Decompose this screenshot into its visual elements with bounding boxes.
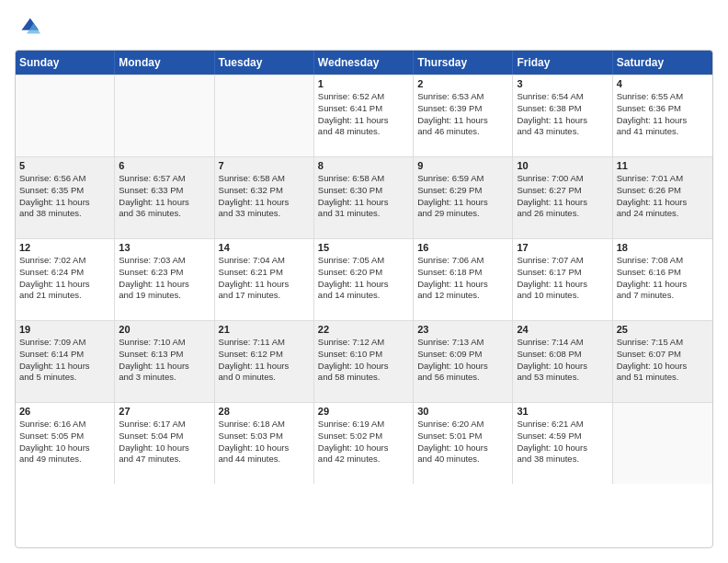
day-info: Sunrise: 6:21 AM Sunset: 4:59 PM Dayligh… [517,419,608,465]
cal-header-saturday: Saturday [613,51,712,75]
day-info: Sunrise: 6:57 AM Sunset: 6:33 PM Dayligh… [119,173,210,220]
day-info: Sunrise: 6:58 AM Sunset: 6:32 PM Dayligh… [219,173,310,220]
logo-icon [15,15,40,40]
day-info: Sunrise: 7:08 AM Sunset: 6:16 PM Dayligh… [617,255,709,302]
day-number: 31 [517,406,608,417]
cal-cell-2-2: 14Sunrise: 7:04 AM Sunset: 6:21 PM Dayli… [215,239,314,320]
day-number: 6 [119,160,210,171]
cal-cell-4-0: 26Sunrise: 6:16 AM Sunset: 5:05 PM Dayli… [16,403,115,484]
cal-cell-1-3: 8Sunrise: 6:58 AM Sunset: 6:30 PM Daylig… [314,157,414,238]
cal-cell-2-0: 12Sunrise: 7:02 AM Sunset: 6:24 PM Dayli… [16,239,115,320]
cal-cell-4-5: 31Sunrise: 6:21 AM Sunset: 4:59 PM Dayli… [513,403,612,484]
day-info: Sunrise: 7:09 AM Sunset: 6:14 PM Dayligh… [19,337,110,384]
day-info: Sunrise: 6:54 AM Sunset: 6:38 PM Dayligh… [517,91,608,138]
cal-cell-1-4: 9Sunrise: 6:59 AM Sunset: 6:29 PM Daylig… [414,157,513,238]
cal-cell-0-1 [115,75,214,156]
cal-row-0: 1Sunrise: 6:52 AM Sunset: 6:41 PM Daylig… [16,75,712,156]
cal-cell-3-5: 24Sunrise: 7:14 AM Sunset: 6:08 PM Dayli… [513,321,612,402]
cal-cell-1-2: 7Sunrise: 6:58 AM Sunset: 6:32 PM Daylig… [215,157,314,238]
cal-cell-2-5: 17Sunrise: 7:07 AM Sunset: 6:17 PM Dayli… [513,239,612,320]
day-number: 17 [517,242,608,253]
day-info: Sunrise: 6:53 AM Sunset: 6:39 PM Dayligh… [417,91,508,138]
day-info: Sunrise: 7:06 AM Sunset: 6:18 PM Dayligh… [417,255,508,302]
cal-cell-0-4: 2Sunrise: 6:53 AM Sunset: 6:39 PM Daylig… [414,75,513,156]
day-number: 1 [318,78,409,89]
day-info: Sunrise: 7:02 AM Sunset: 6:24 PM Dayligh… [19,255,110,302]
cal-cell-1-1: 6Sunrise: 6:57 AM Sunset: 6:33 PM Daylig… [115,157,214,238]
cal-cell-3-0: 19Sunrise: 7:09 AM Sunset: 6:14 PM Dayli… [16,321,115,402]
day-info: Sunrise: 6:59 AM Sunset: 6:29 PM Dayligh… [417,173,508,220]
day-info: Sunrise: 7:00 AM Sunset: 6:27 PM Dayligh… [517,173,608,220]
cal-header-monday: Monday [115,51,214,75]
cal-row-2: 12Sunrise: 7:02 AM Sunset: 6:24 PM Dayli… [16,238,712,320]
day-number: 8 [318,160,409,171]
day-number: 25 [617,324,709,335]
cal-cell-0-0 [16,75,115,156]
day-number: 23 [417,324,508,335]
day-info: Sunrise: 7:14 AM Sunset: 6:08 PM Dayligh… [517,337,608,384]
day-number: 7 [219,160,310,171]
cal-cell-0-2 [215,75,314,156]
day-number: 4 [617,78,709,89]
day-info: Sunrise: 6:17 AM Sunset: 5:04 PM Dayligh… [119,419,210,465]
day-number: 9 [417,160,508,171]
day-info: Sunrise: 6:18 AM Sunset: 5:03 PM Dayligh… [219,419,310,465]
day-number: 14 [219,242,310,253]
day-number: 20 [119,324,210,335]
cal-cell-4-1: 27Sunrise: 6:17 AM Sunset: 5:04 PM Dayli… [115,403,214,484]
cal-cell-0-6: 4Sunrise: 6:55 AM Sunset: 6:36 PM Daylig… [613,75,712,156]
cal-cell-0-5: 3Sunrise: 6:54 AM Sunset: 6:38 PM Daylig… [513,75,612,156]
cal-row-1: 5Sunrise: 6:56 AM Sunset: 6:35 PM Daylig… [16,156,712,238]
calendar: SundayMondayTuesdayWednesdayThursdayFrid… [15,50,713,548]
day-number: 2 [417,78,508,89]
cal-cell-4-4: 30Sunrise: 6:20 AM Sunset: 5:01 PM Dayli… [414,403,513,484]
day-info: Sunrise: 6:55 AM Sunset: 6:36 PM Dayligh… [617,91,709,138]
day-number: 15 [318,242,409,253]
cal-header-thursday: Thursday [414,51,513,75]
day-number: 27 [119,406,210,417]
day-number: 19 [19,324,110,335]
day-number: 3 [517,78,608,89]
cal-cell-4-2: 28Sunrise: 6:18 AM Sunset: 5:03 PM Dayli… [215,403,314,484]
day-info: Sunrise: 7:15 AM Sunset: 6:07 PM Dayligh… [617,337,709,384]
day-number: 22 [318,324,409,335]
logo [15,15,44,40]
cal-cell-2-3: 15Sunrise: 7:05 AM Sunset: 6:20 PM Dayli… [314,239,414,320]
day-number: 16 [417,242,508,253]
cal-cell-3-6: 25Sunrise: 7:15 AM Sunset: 6:07 PM Dayli… [613,321,712,402]
day-number: 29 [318,406,409,417]
day-number: 24 [517,324,608,335]
cal-cell-4-3: 29Sunrise: 6:19 AM Sunset: 5:02 PM Dayli… [314,403,414,484]
cal-cell-1-0: 5Sunrise: 6:56 AM Sunset: 6:35 PM Daylig… [16,157,115,238]
day-number: 11 [617,160,709,171]
day-info: Sunrise: 6:20 AM Sunset: 5:01 PM Dayligh… [417,419,508,465]
day-number: 28 [219,406,310,417]
day-info: Sunrise: 7:04 AM Sunset: 6:21 PM Dayligh… [219,255,310,302]
day-info: Sunrise: 7:03 AM Sunset: 6:23 PM Dayligh… [119,255,210,302]
calendar-header: SundayMondayTuesdayWednesdayThursdayFrid… [16,51,712,75]
day-info: Sunrise: 7:01 AM Sunset: 6:26 PM Dayligh… [617,173,709,220]
day-number: 30 [417,406,508,417]
cal-cell-0-3: 1Sunrise: 6:52 AM Sunset: 6:41 PM Daylig… [314,75,414,156]
cal-header-tuesday: Tuesday [215,51,314,75]
day-info: Sunrise: 7:07 AM Sunset: 6:17 PM Dayligh… [517,255,608,302]
day-number: 12 [19,242,110,253]
calendar-body: 1Sunrise: 6:52 AM Sunset: 6:41 PM Daylig… [16,75,712,484]
cal-header-friday: Friday [513,51,612,75]
day-info: Sunrise: 6:56 AM Sunset: 6:35 PM Dayligh… [19,173,110,220]
cal-cell-1-5: 10Sunrise: 7:00 AM Sunset: 6:27 PM Dayli… [513,157,612,238]
cal-cell-2-1: 13Sunrise: 7:03 AM Sunset: 6:23 PM Dayli… [115,239,214,320]
day-number: 13 [119,242,210,253]
day-info: Sunrise: 7:11 AM Sunset: 6:12 PM Dayligh… [219,337,310,384]
cal-row-4: 26Sunrise: 6:16 AM Sunset: 5:05 PM Dayli… [16,402,712,484]
cal-cell-4-6 [613,403,712,484]
day-number: 21 [219,324,310,335]
cal-header-sunday: Sunday [16,51,115,75]
day-info: Sunrise: 6:58 AM Sunset: 6:30 PM Dayligh… [318,173,409,220]
cal-row-3: 19Sunrise: 7:09 AM Sunset: 6:14 PM Dayli… [16,320,712,402]
cal-cell-3-4: 23Sunrise: 7:13 AM Sunset: 6:09 PM Dayli… [414,321,513,402]
cal-cell-3-2: 21Sunrise: 7:11 AM Sunset: 6:12 PM Dayli… [215,321,314,402]
cal-cell-2-4: 16Sunrise: 7:06 AM Sunset: 6:18 PM Dayli… [414,239,513,320]
day-info: Sunrise: 7:10 AM Sunset: 6:13 PM Dayligh… [119,337,210,384]
cal-cell-3-1: 20Sunrise: 7:10 AM Sunset: 6:13 PM Dayli… [115,321,214,402]
